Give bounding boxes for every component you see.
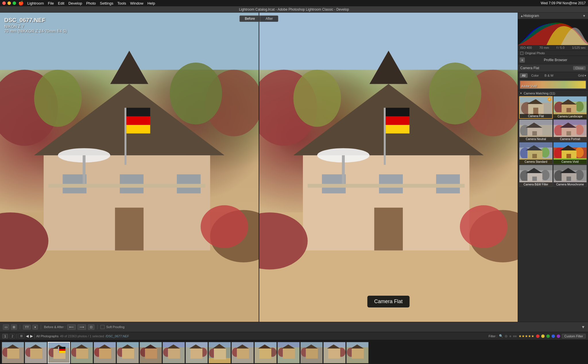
filmstrip-thumb-3[interactable] <box>48 342 70 363</box>
hist-focal: 70 mm <box>539 46 549 49</box>
filmstrip-thumb-9[interactable] <box>185 342 208 363</box>
hist-shutter: 1/125 sec <box>572 46 586 49</box>
original-photo-checkbox[interactable] <box>520 52 523 55</box>
view-mode-grid-btn[interactable]: ⊞ <box>11 324 17 330</box>
filmstrip-thumb-14[interactable] <box>300 342 323 363</box>
custom-filter-btn[interactable]: Custom Filter <box>562 334 586 338</box>
filmstrip-thumb-7[interactable] <box>140 342 162 363</box>
adobe-vivid-thumb[interactable]: Adobe Vivid <box>520 80 586 89</box>
profile-camera-bw2[interactable]: Camera Monochrome <box>553 165 587 187</box>
filmstrip-thumb-6[interactable] <box>117 342 139 363</box>
grid-view-btn[interactable]: Grid ▾ <box>578 74 586 78</box>
apple-menu[interactable]: 🍎 <box>18 1 24 6</box>
photo-filename-display: DSC_0677.NEF <box>4 17 67 24</box>
zoom-btn[interactable]: YY <box>23 325 31 330</box>
filmstrip-thumb-12[interactable] <box>254 342 277 363</box>
camera-neutral-label: Camera Neutral <box>519 137 552 141</box>
menu-photo[interactable]: Photo <box>86 1 96 5</box>
svg-point-20 <box>201 205 248 248</box>
profile-camera-flat[interactable]: ✓ Camera Flat <box>519 96 553 119</box>
star-filter[interactable]: ★★★★★ <box>519 334 534 338</box>
filter-icon1[interactable]: 🔍 <box>499 334 503 338</box>
camera-matching-header[interactable]: ▼ Camera Matching (11) <box>518 90 588 96</box>
arrow-next-btn[interactable]: ▶ <box>30 334 33 338</box>
arrow-prev-btn[interactable]: ◀ <box>26 334 29 338</box>
profile-browser-section[interactable]: + Profile Browser Camera Flat Close All … <box>518 56 588 322</box>
filmstrip-thumb-10[interactable] <box>208 342 231 363</box>
all-photographs-label: All Photographs <box>36 334 59 338</box>
panel-toggle-btn[interactable]: ▼ <box>581 325 585 329</box>
color-filter-yellow[interactable] <box>541 334 545 338</box>
filter-all-tab[interactable]: All <box>520 73 528 78</box>
zoom-btn2[interactable]: ▾ <box>32 325 38 330</box>
svg-rect-181 <box>306 348 318 359</box>
color-filter-blue[interactable] <box>552 334 555 338</box>
svg-rect-39 <box>386 116 409 125</box>
filter-icon4[interactable]: ≡≡ <box>513 334 517 338</box>
svg-rect-186 <box>328 348 340 359</box>
color-filter-red[interactable] <box>536 334 539 338</box>
menu-window[interactable]: Window <box>130 1 143 5</box>
photo-info: DSC_0677.NEF NIKON Z 7 70 mm (NIKKOR Z 2… <box>4 17 67 33</box>
close-window-btn[interactable] <box>2 1 6 5</box>
view-mode-single-btn[interactable]: ▭ <box>3 324 9 330</box>
filmstrip-thumb-4[interactable] <box>71 342 93 363</box>
menu-develop[interactable]: Develop <box>68 1 82 5</box>
profile-camera-vivid[interactable]: Camera Vivid <box>553 142 587 164</box>
menu-edit[interactable]: Edit <box>58 1 64 5</box>
profile-camera-landscape[interactable]: Camera Landscape <box>553 96 587 119</box>
soft-proofing-label: Soft Proofing <box>106 325 125 329</box>
filmstrip-thumb-5[interactable] <box>94 342 116 363</box>
filmstrip-thumb-16[interactable] <box>346 342 369 363</box>
filmstrip-thumb-8[interactable] <box>163 342 185 363</box>
bottom-toolbar: ▭ ⊞ YY ▾ Before & After : ⟵ ⟶ ⊡ Soft Pro… <box>0 322 588 332</box>
filmstrip-thumb-13[interactable] <box>277 342 300 363</box>
filter-bw-tab[interactable]: B & W <box>542 73 556 78</box>
menu-file[interactable]: File <box>48 1 54 5</box>
ba-swap-right[interactable]: ⟶ <box>78 324 86 330</box>
minimize-window-btn[interactable] <box>7 1 11 5</box>
photo-lens: 70 mm (NIKKOR Z 24-70mm f/4 S) <box>4 29 67 33</box>
after-btn[interactable]: After <box>260 16 278 22</box>
filmstrip-thumb-15[interactable] <box>323 342 346 363</box>
filter-color-tab[interactable]: Color <box>529 73 541 78</box>
pb-add-button[interactable]: + <box>520 57 525 63</box>
soft-proof-checkbox[interactable] <box>100 325 105 329</box>
tab-1[interactable]: 1 <box>2 334 8 338</box>
camera-standard-label: Camera Standard <box>519 160 552 164</box>
svg-rect-12 <box>115 208 144 250</box>
profile-browser-title: Profile Browser <box>544 58 567 62</box>
before-btn[interactable]: Before <box>239 16 260 22</box>
camera-landscape-label: Camera Landscape <box>554 114 587 119</box>
camera-portrait-label: Camera Portrait <box>554 137 587 141</box>
menu-tools[interactable]: Tools <box>117 1 126 5</box>
tab-2[interactable]: 2 <box>9 334 15 338</box>
svg-rect-135 <box>99 348 111 359</box>
profile-camera-bw1[interactable]: Camera B&W Filter <box>519 165 553 187</box>
grid-label: Grid <box>578 74 584 77</box>
menu-help[interactable]: Help <box>147 1 155 5</box>
grid-icon-btn[interactable]: ⊞ <box>18 334 24 338</box>
filter-icon3[interactable]: ≡ <box>509 334 511 338</box>
filmstrip-thumb-1[interactable] <box>2 342 24 363</box>
camera-vivid-label: Camera Vivid <box>554 160 587 164</box>
svg-rect-116 <box>30 348 42 359</box>
camera-matching-chevron: ▼ <box>520 92 522 95</box>
ba-swap-left[interactable]: ⟵ <box>67 324 76 330</box>
svg-rect-130 <box>76 348 88 359</box>
maximize-window-btn[interactable] <box>13 1 16 5</box>
svg-rect-16 <box>126 116 150 125</box>
menu-lightroom[interactable]: Lightroom <box>27 1 44 5</box>
selected-icon: ✓ <box>548 97 552 101</box>
profile-camera-portrait[interactable]: Camera Portrait <box>553 119 587 142</box>
filter-icon2[interactable]: ◎ <box>505 334 508 338</box>
ba-copy-btn[interactable]: ⊡ <box>88 324 94 330</box>
menu-settings[interactable]: Settings <box>100 1 113 5</box>
filmstrip-thumb-2[interactable] <box>25 342 47 363</box>
profile-browser-close-btn[interactable]: Close <box>573 66 586 70</box>
profile-camera-neutral[interactable]: Camera Neutral <box>519 119 553 142</box>
color-filter-purple[interactable] <box>557 334 560 338</box>
profile-camera-standard[interactable]: Camera Standard <box>519 142 553 164</box>
filmstrip-thumb-11[interactable] <box>231 342 254 363</box>
color-filter-green[interactable] <box>546 334 550 338</box>
